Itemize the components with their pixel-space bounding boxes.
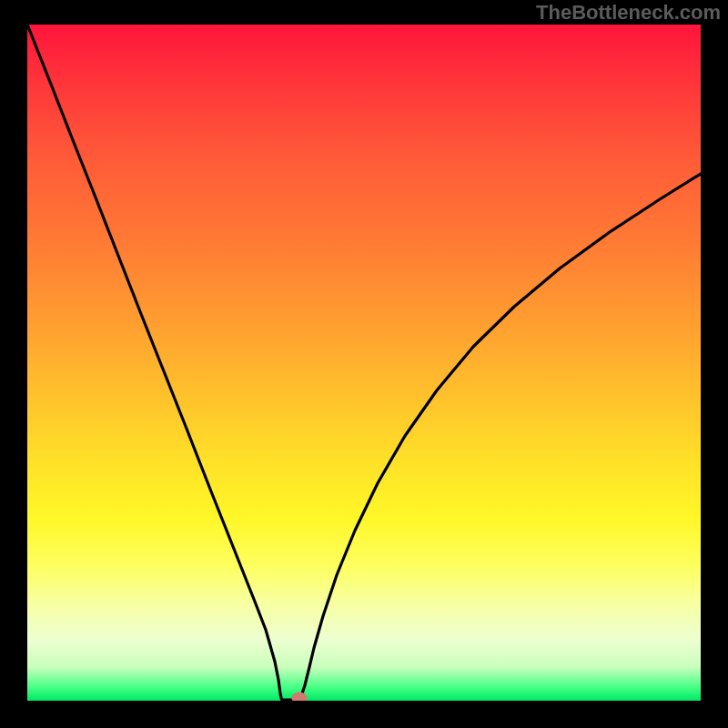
watermark-text: TheBottleneck.com: [536, 1, 721, 25]
min-point-marker: [292, 693, 308, 702]
chart-frame: TheBottleneck.com: [0, 0, 728, 728]
curve-layer: [27, 25, 701, 701]
bottleneck-curve: [27, 25, 701, 700]
plot-area: [27, 25, 701, 701]
